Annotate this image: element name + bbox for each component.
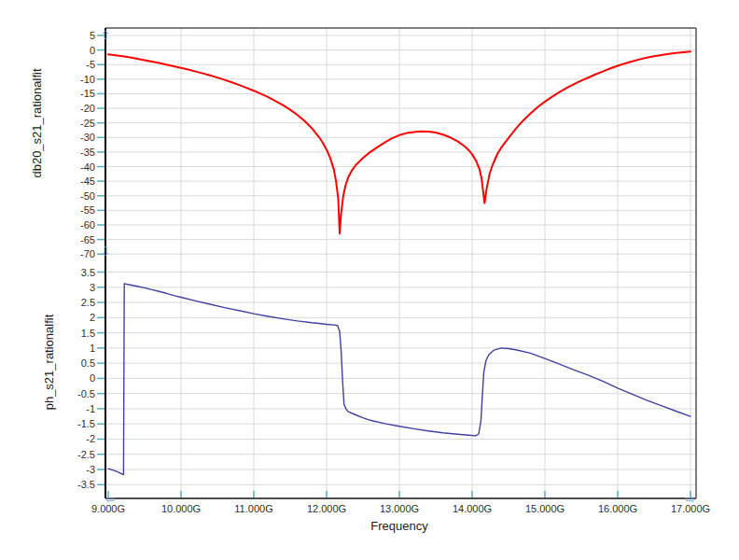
plot-canvas: 9.000G10.000G11.000G12.000G13.000G14.000… — [0, 0, 739, 560]
y-tick-label: 0 — [90, 45, 95, 56]
y-tick-label: -3.5 — [77, 479, 95, 490]
y-tick-label: -25 — [80, 118, 95, 129]
y-axis-title-db20: db20_s21_rationalfit — [30, 68, 44, 177]
x-tick-label: 14.000G — [453, 503, 492, 514]
y-tick-label: -60 — [80, 219, 95, 231]
x-tick-label: 15.000G — [525, 503, 565, 514]
x-tick-label: 12.000G — [307, 503, 346, 514]
y-tick-label: -50 — [80, 190, 95, 202]
x-axis-min-arrow-icon[interactable]: ⇦ — [105, 493, 116, 505]
y-tick-label: 3 — [90, 282, 95, 293]
tick-marks-group — [97, 35, 690, 497]
x-tick-label: 10.000G — [161, 503, 201, 514]
y-tick-label: -65 — [80, 234, 95, 245]
y-tick-label: -0.5 — [77, 388, 95, 399]
y-axis-max-arrow-icon[interactable]: ⇧ — [101, 29, 111, 41]
y-tick-label: -2.5 — [77, 449, 95, 460]
y-tick-label: -5 — [86, 59, 95, 70]
y-tick-label: 1.5 — [81, 328, 95, 339]
plot-frame-group — [105, 28, 696, 498]
y-tick-label: -3 — [86, 464, 95, 475]
x-tick-label: 11.000G — [234, 503, 272, 514]
y-tick-label: -40 — [80, 161, 95, 173]
y-tick-label: -55 — [80, 204, 95, 216]
y-tick-label: 2 — [90, 312, 95, 323]
x-tick-label: 16.000G — [598, 503, 637, 514]
y-tick-label: 1 — [90, 343, 95, 354]
y-axis-title-phase: ph_s21_rationalfit — [42, 315, 56, 411]
y-tick-label: -30 — [80, 132, 95, 143]
y-tick-label: -2 — [86, 433, 95, 444]
y-tick-label: 3.5 — [81, 267, 95, 278]
y-tick-label: -20 — [80, 103, 95, 114]
y-tick-label: -1 — [86, 403, 95, 414]
y-tick-label: -1.5 — [77, 418, 95, 429]
y-axis-min-arrow-icon[interactable]: ⇩ — [101, 245, 111, 258]
y-tick-label: -35 — [80, 147, 95, 158]
y-tick-label: 0 — [90, 372, 95, 384]
x-axis-max-arrow-icon[interactable]: ⇨ — [686, 493, 696, 505]
y-tick-label: 5 — [90, 30, 95, 41]
y-tick-label: -15 — [80, 88, 95, 99]
x-tick-label: 13.000G — [380, 503, 419, 514]
y-tick-label: 2.5 — [81, 297, 95, 308]
y-tick-label: 0.5 — [81, 357, 95, 369]
plot-window: 9.000G10.000G11.000G12.000G13.000G14.000… — [0, 0, 739, 560]
y-tick-label: -70 — [80, 248, 95, 259]
x-axis-title: Frequency — [370, 519, 427, 533]
gridlines-group — [105, 28, 696, 498]
y-tick-label: -10 — [80, 74, 95, 85]
y-tick-label: -45 — [80, 175, 95, 187]
